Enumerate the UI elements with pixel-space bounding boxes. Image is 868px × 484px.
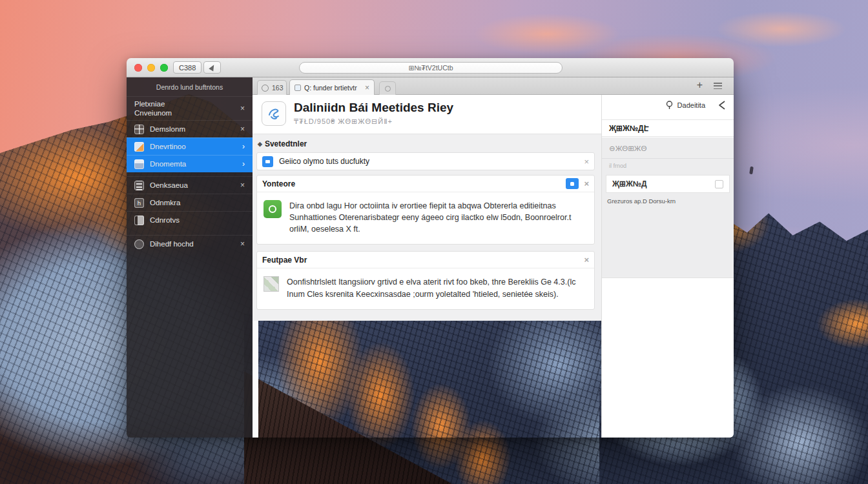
remove-item-icon[interactable]: × xyxy=(240,125,245,134)
feature-card-text: Dira onbd lagu Hor octoiinta iv erortiee… xyxy=(289,200,588,235)
sidebar-item-4[interactable]: Oenksaeua × xyxy=(127,176,253,194)
notice-row[interactable]: Geiico olymo tuts ducfukty × xyxy=(256,152,595,170)
wallpaper-bird-mark xyxy=(749,166,754,175)
remove-item-icon[interactable]: × xyxy=(240,104,245,113)
new-tab-button[interactable]: + xyxy=(697,79,703,91)
minimize-window-button[interactable] xyxy=(147,64,155,72)
sidebar-item-1[interactable]: Demslonm × xyxy=(127,120,253,137)
active-tab-label: Q: funder brtietvtr xyxy=(304,84,357,92)
location-pin-icon xyxy=(665,101,674,110)
preview-card-header: Feutpae Vbr × xyxy=(257,252,594,268)
pinned-tab-label: 163 xyxy=(272,84,284,92)
close-tab-icon[interactable]: × xyxy=(365,83,369,92)
toolbar-button-label: C388 xyxy=(179,64,196,72)
sidebar: Denrdo lund buftntons Pletxniae Cnveiuno… xyxy=(127,77,253,438)
zoom-window-button[interactable] xyxy=(160,64,168,72)
checkbox[interactable] xyxy=(715,180,723,188)
feature-card-title: Yonteore xyxy=(262,179,295,188)
preview-card-text: Oonfishtrlslett Itangsiiorv grtivd e elv… xyxy=(287,276,588,299)
tab-bar: 163 Q: funder brtietvtr × + xyxy=(253,77,734,95)
page-header: Daliniidn Bái Meetides Riey ₸₮ŁD/950₴ ЖΘ… xyxy=(253,95,601,134)
panel-hint-text: il frnod xyxy=(602,159,734,175)
sync-icon xyxy=(134,239,144,249)
share-icon[interactable] xyxy=(718,101,726,110)
tab-overview-icon[interactable] xyxy=(714,83,722,90)
cursor-icon xyxy=(209,64,216,72)
grid-icon xyxy=(134,125,144,134)
tab-stub[interactable] xyxy=(379,81,396,95)
sidebar-item-5[interactable]: h Odnmkra xyxy=(127,194,253,211)
notice-text: Geiico olymo tuts ducfukty xyxy=(279,157,369,166)
check-row-label: Җ⊞Ж№Д xyxy=(612,179,647,188)
sidebar-item-label: Dnevrtinoo xyxy=(150,143,186,150)
section-heading: ◆ Svetedtnler xyxy=(256,138,595,152)
flag-icon xyxy=(134,216,144,225)
tab-active[interactable]: Q: funder brtietvtr × xyxy=(289,79,375,95)
app-icon xyxy=(262,101,286,126)
sidebar-item-label: Cdnrotvs xyxy=(150,216,180,224)
sidebar-item-0[interactable]: Pletxniae Cnveiunom × xyxy=(127,96,253,120)
section-heading-text: Svetedtnler xyxy=(265,139,307,148)
page-subtitle: ₸₮ŁD/950₴ ЖΘ⊞ЖΘ⊟ЙⅡ+ xyxy=(294,117,393,126)
sidebar-item-7[interactable]: Dihedf hochd × xyxy=(127,235,253,252)
squiggle-logo-icon xyxy=(266,106,282,121)
diamond-icon: ◆ xyxy=(258,141,262,147)
sidebar-item-label-line2: Cnveiunom xyxy=(134,109,172,117)
close-card-icon[interactable]: × xyxy=(584,179,589,188)
sidebar-item-3-selected[interactable]: Dnomemta › xyxy=(127,155,253,172)
address-bar[interactable]: ⊞№₮tV2tUCtb xyxy=(299,62,563,74)
address-text: ⊞№₮tV2tUCtb xyxy=(408,64,453,72)
sidebar-item-label: Odnmkra xyxy=(150,199,180,207)
close-window-button[interactable] xyxy=(134,64,142,72)
main-content: Daliniidn Bái Meetides Riey ₸₮ŁD/950₴ ЖΘ… xyxy=(253,95,601,321)
remove-item-icon[interactable]: × xyxy=(240,239,245,248)
right-panel: Dadeitita Җ⊞Ж№ДԷ ⊖ЖΘ⊞ЖΘ il frnod Җ⊞Ж№Д G… xyxy=(601,95,734,438)
frame-icon xyxy=(134,159,144,169)
feature-card-header: Yonteore × xyxy=(257,176,594,192)
edit-button[interactable] xyxy=(566,178,579,189)
sidebar-item-label: Pletxniae xyxy=(134,100,165,108)
page-favicon-icon xyxy=(294,85,301,91)
chat-icon xyxy=(262,156,273,167)
pin-row: Dadeitita xyxy=(665,101,726,110)
sidebar-item-label: Dnomemta xyxy=(150,160,186,168)
preview-card-body: Oonfishtrlslett Itangsiiorv grtivd e elv… xyxy=(257,268,594,308)
globe-icon xyxy=(262,85,269,92)
sidebar-item-label: Dihedf hochd xyxy=(150,240,194,248)
page-body: ◆ Svetedtnler Geiico olymo tuts ducfukty… xyxy=(253,134,601,321)
feature-card: Yonteore × Dira onbd lagu Hor octoiinta … xyxy=(256,175,595,245)
sidebar-item-label: Oenksaeua xyxy=(150,181,188,189)
cursor-tool-button[interactable] xyxy=(203,61,221,74)
letter-badge-icon: h xyxy=(134,198,144,208)
window-titlebar[interactable]: C388 ⊞№₮tV2tUCtb xyxy=(127,58,734,77)
preview-card: Feutpae Vbr × Oonfishtrlslett Itangsiior… xyxy=(256,251,595,309)
pin-label[interactable]: Dadeitita xyxy=(677,101,705,109)
panel-options: ⊖ЖΘ⊞ЖΘ il frnod Җ⊞Ж№Д Grezuros ap.D Dors… xyxy=(602,137,734,278)
panel-check-row[interactable]: Җ⊞Ж№Д xyxy=(606,175,730,193)
sidebar-item-6[interactable]: Cdnrotvs xyxy=(127,211,253,228)
sidebar-item-2-selected[interactable]: Dnevrtinoo › xyxy=(127,137,253,155)
panel-footnote: Grezuros ap.D Dorsu-krn xyxy=(602,193,734,206)
traffic-lights xyxy=(134,64,168,72)
remove-item-icon[interactable]: × xyxy=(240,181,245,190)
edit-icon xyxy=(570,182,574,186)
sidebar-item-label: Demslonm xyxy=(150,125,185,133)
panel-header: Җ⊞Ж№ДԷ xyxy=(602,119,734,137)
chevron-right-icon[interactable]: › xyxy=(242,142,245,151)
card-icon xyxy=(134,181,144,190)
tab-pinned[interactable]: 163 xyxy=(257,80,287,95)
chevron-right-icon[interactable]: › xyxy=(242,159,245,168)
toolbar-button[interactable]: C388 xyxy=(173,61,202,74)
green-app-icon xyxy=(264,200,282,218)
preview-card-title: Feutpae Vbr xyxy=(262,256,307,265)
dismiss-notice-icon[interactable]: × xyxy=(584,157,589,166)
close-card-icon[interactable]: × xyxy=(584,255,589,265)
feature-card-body: Dira onbd lagu Hor octoiinta iv erortiee… xyxy=(257,192,594,244)
photo-icon xyxy=(134,142,144,152)
stub-favicon-icon xyxy=(385,86,391,92)
panel-option-row[interactable]: ⊖ЖΘ⊞ЖΘ xyxy=(602,137,734,159)
sidebar-header: Denrdo lund buftntons xyxy=(127,77,253,96)
app-window: C388 ⊞№₮tV2tUCtb 163 Q: funder brtietvtr… xyxy=(127,58,734,438)
thumbnail-icon xyxy=(264,276,279,292)
page-title: Daliniidn Bái Meetides Riey xyxy=(294,101,453,115)
